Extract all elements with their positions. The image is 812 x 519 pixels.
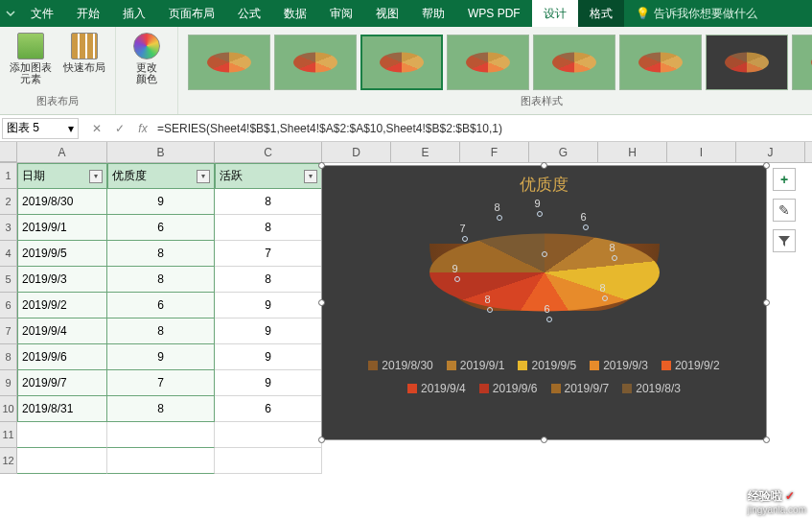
col-header-I[interactable]: I [667,142,736,162]
cell[interactable]: 9 [107,189,215,215]
legend-item[interactable]: 2019/9/7 [551,382,610,395]
cell[interactable]: 9 [215,318,322,344]
tab-page-layout[interactable]: 页面布局 [157,0,226,27]
chart-handle[interactable] [318,436,325,443]
cell[interactable]: 2019/8/31 [17,396,107,422]
cell[interactable]: 6 [107,215,215,241]
filter-dropdown-icon[interactable]: ▾ [197,170,210,183]
series-handle[interactable] [542,251,547,257]
chart-legend[interactable]: 2019/8/302019/9/12019/9/52019/9/32019/9/… [322,349,766,399]
series-handle[interactable] [462,236,468,242]
series-handle[interactable] [583,224,589,230]
row-header[interactable]: 4 [0,241,17,267]
chart-style-5[interactable] [533,35,615,90]
cell[interactable]: 优质度▾ [107,163,215,189]
legend-item[interactable]: 2019/8/30 [368,359,432,372]
series-handle[interactable] [612,255,617,261]
filter-dropdown-icon[interactable]: ▾ [304,170,317,183]
cell[interactable] [17,422,107,448]
series-handle[interactable] [546,317,552,322]
cell[interactable] [215,422,322,448]
col-header-J[interactable]: J [736,142,805,162]
cell[interactable]: 2019/9/6 [17,344,107,370]
chart-handle[interactable] [763,162,770,169]
tab-wps-pdf[interactable]: WPS PDF [456,0,532,27]
col-header-E[interactable]: E [391,142,460,162]
row-header[interactable]: 8 [0,344,17,370]
series-handle[interactable] [497,215,502,221]
chart-handle[interactable] [763,299,770,306]
cell[interactable]: 9 [215,370,322,396]
tab-help[interactable]: 帮助 [410,0,456,27]
chart-style-2[interactable] [274,35,357,90]
data-label[interactable]: 8 [600,282,606,294]
filter-dropdown-icon[interactable]: ▾ [89,170,103,183]
cell[interactable]: 8 [107,241,215,267]
cell[interactable]: 2019/9/4 [17,318,107,344]
cell[interactable]: 6 [107,293,215,318]
chart-handle[interactable] [541,436,547,443]
chart-object[interactable]: 优质度 968868978 2019/8/302019/9/12019/9/52… [321,165,767,440]
cancel-formula-button[interactable]: ✕ [88,122,105,135]
cell[interactable]: 8 [107,267,215,293]
col-header-H[interactable]: H [598,142,667,162]
col-header-D[interactable]: D [322,142,391,162]
data-label[interactable]: 7 [460,223,466,234]
series-handle[interactable] [487,307,493,313]
cell[interactable]: 9 [107,344,215,370]
worksheet[interactable]: A B C D E F G H I J 1日期▾优质度▾活跃▾22019/8/3… [0,142,812,519]
chart-filters-button[interactable] [773,229,796,252]
chart-handle[interactable] [318,162,325,169]
row-header[interactable]: 1 [0,163,17,189]
legend-item[interactable]: 2019/9/3 [590,359,648,372]
cell[interactable]: 日期▾ [17,163,107,189]
chart-style-6[interactable] [619,35,702,90]
formula-input[interactable]: =SERIES(Sheet4!$B$1,Sheet4!$A$2:$A$10,Sh… [151,122,812,135]
tab-file[interactable]: 文件 [19,0,65,27]
cell[interactable] [17,448,107,474]
cell[interactable]: 2019/9/5 [17,241,107,267]
tab-insert[interactable]: 插入 [111,0,157,27]
legend-item[interactable]: 2019/9/2 [661,359,720,372]
data-label[interactable]: 8 [485,294,491,305]
pie-chart[interactable]: 968868978 [429,205,660,349]
tab-design[interactable]: 设计 [532,0,578,27]
chart-handle[interactable] [541,162,547,169]
select-all-corner[interactable] [0,142,17,162]
series-handle[interactable] [602,295,608,301]
row-header[interactable]: 7 [0,318,17,344]
chart-title[interactable]: 优质度 [322,166,766,196]
legend-item[interactable]: 2019/9/4 [407,382,466,395]
quick-layout-button[interactable]: 快速布局 [59,31,109,75]
row-header[interactable]: 10 [0,396,17,422]
chart-style-7[interactable] [706,35,788,90]
cell[interactable]: 2019/9/1 [17,215,107,241]
row-header[interactable]: 5 [0,267,17,293]
data-label[interactable]: 8 [610,242,615,253]
cell[interactable] [107,448,215,474]
chart-style-4[interactable] [447,35,529,90]
qat-dropdown-icon[interactable] [2,5,19,22]
cell[interactable]: 9 [215,344,322,370]
chart-handle[interactable] [763,436,770,443]
data-label[interactable]: 8 [495,201,500,213]
row-header[interactable]: 12 [0,448,17,474]
col-header-C[interactable]: C [215,142,322,162]
col-header-G[interactable]: G [529,142,598,162]
legend-item[interactable]: 2019/9/6 [479,382,538,395]
chart-handle[interactable] [318,299,325,306]
tell-me[interactable]: 💡 告诉我你想要做什么 [624,0,769,27]
tab-format[interactable]: 格式 [578,0,624,27]
series-handle[interactable] [454,276,460,282]
row-header[interactable]: 9 [0,370,17,396]
legend-item[interactable]: 2019/9/5 [518,359,576,372]
row-header[interactable]: 11 [0,422,17,448]
col-header-B[interactable]: B [107,142,215,162]
cell[interactable]: 活跃▾ [215,163,322,189]
cell[interactable]: 8 [215,189,322,215]
tab-view[interactable]: 视图 [364,0,410,27]
legend-item[interactable]: 2019/9/1 [447,359,505,372]
cell[interactable]: 6 [215,396,322,422]
cell[interactable]: 2019/9/3 [17,267,107,293]
cell[interactable]: 9 [215,293,322,318]
